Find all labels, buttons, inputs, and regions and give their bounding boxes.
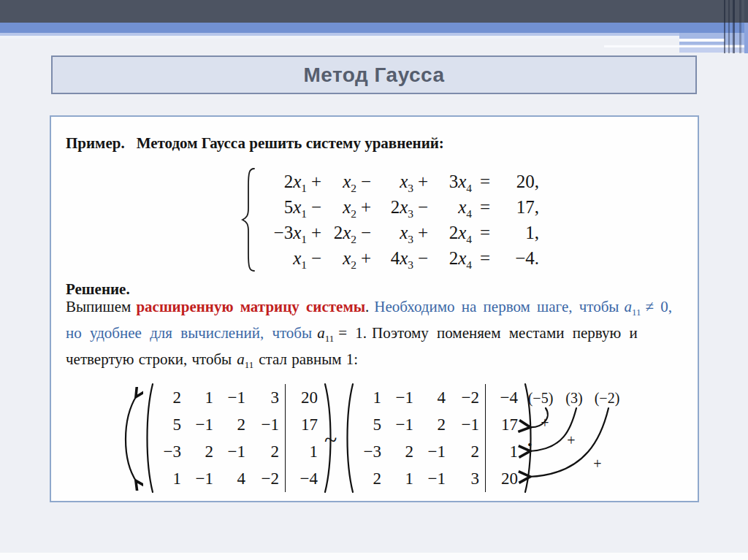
math-a11: a11 <box>624 298 641 315</box>
matrix-cell: −2 <box>451 384 485 411</box>
equation-cell: − <box>307 194 326 220</box>
equation-cell: 1, <box>498 220 539 245</box>
equation-row: −3x1+2x2−x3+2x4=1, <box>263 220 539 245</box>
equation-cell: = <box>472 169 498 194</box>
matrix-cell: −1 <box>387 411 419 438</box>
matrix-cell: 1 <box>387 465 419 492</box>
solution-paragraph-line-2: но удобнее для вычислений, чтобыa11= 1.П… <box>66 324 687 345</box>
equation-cell: − <box>413 194 432 220</box>
header-right-white-line <box>679 39 725 42</box>
matrix-cell: −1 <box>387 384 419 411</box>
curly-brace-icon <box>240 166 257 273</box>
augmented-matrix-1: 21−13205−12−117−32−1211−14−2−4 <box>142 381 336 495</box>
matrix-cell: −1 <box>187 465 219 492</box>
matrix-cell: 1 <box>355 384 387 411</box>
matrix-cell: −1 <box>251 411 285 438</box>
header-dark-bar <box>0 0 748 23</box>
header-vertical-stripe <box>744 23 748 53</box>
equation-row: 5x1−x2+2x3−x4=17, <box>263 194 539 220</box>
matrix-cell: 2 <box>451 438 485 465</box>
text-blue: Необходимо на первом шаге, чтобы <box>374 298 619 315</box>
equation-cell: 17, <box>498 194 539 220</box>
row-swap-arrow <box>112 387 143 491</box>
matrix-cell: −1 <box>419 438 451 465</box>
content-panel: Пример.Методом Гаусса решить систему ура… <box>50 115 699 502</box>
equation-cell: 4x3 <box>375 245 413 277</box>
example-task-text: Методом Гаусса решить систему уравнений: <box>137 134 444 152</box>
text-blue: но удобнее для вычислений, чтобы <box>66 324 312 342</box>
slide-title: Метод Гаусса <box>303 64 444 87</box>
equation-system: 2x1+x2−x3+3x4=20,5x1−x2+2x3−x4=17,−3x1+2… <box>240 166 539 273</box>
matrix-cell: 2 <box>155 384 187 411</box>
text-black: Поэтому поменяем местами первую и <box>372 324 638 342</box>
solution-label: Решение. <box>66 280 130 299</box>
matrix-cell: −1 <box>451 411 485 438</box>
math-a11: a11 <box>237 350 253 368</box>
equation-cell: 2x4 <box>432 245 472 277</box>
tilde-equivalence: ~ <box>324 426 337 453</box>
math-condition: ≠ 0, <box>646 298 673 315</box>
text-black: четвертую строки, чтобы <box>66 350 232 368</box>
equation-cell: − <box>413 245 432 271</box>
matrix-cell: 2 <box>419 411 451 438</box>
matrix-cell: 2 <box>219 411 251 438</box>
equation-cell: + <box>307 220 326 245</box>
matrix-cell: −1 <box>219 384 251 411</box>
equation-cell: + <box>356 245 375 271</box>
matrix-cell: 4 <box>419 384 451 411</box>
footer-strip <box>0 553 748 560</box>
equation-cell: + <box>356 194 375 220</box>
header-vertical-stripe <box>744 0 748 23</box>
header-vertical-stripe <box>733 0 735 53</box>
equation-row: 2x1+x2−x3+3x4=20, <box>263 169 539 194</box>
matrix-cell: −3 <box>155 438 187 465</box>
matrix-cell: 5 <box>155 411 187 438</box>
math-a11: a11 <box>317 324 334 342</box>
matrix-cell: 2 <box>251 438 285 465</box>
matrix-grid: 1−14−2−45−12−117−32−12121−1320 <box>355 384 523 492</box>
matrix-cell: 4 <box>219 465 251 492</box>
matrix-cell: −4 <box>285 465 323 492</box>
slide-title-box: Метод Гаусса <box>51 55 697 94</box>
equation-cell: − <box>307 245 326 271</box>
text-dot: . <box>365 298 369 315</box>
math-condition: = 1. <box>338 324 367 342</box>
solution-paragraph-line-3: четвертую строки, чтобыa11стал равным 1: <box>66 350 687 371</box>
equation-cell: = <box>472 245 498 271</box>
matrix-cell: 17 <box>285 411 323 438</box>
equation-cell: x2 <box>326 245 356 277</box>
matrix-cell: 20 <box>285 384 323 411</box>
matrix-cell: 3 <box>251 384 285 411</box>
matrix-cell: −1 <box>187 411 219 438</box>
header-vertical-stripe <box>728 0 730 53</box>
example-label: Пример. <box>66 134 125 152</box>
equation-row: x1−x2+4x3−2x4=−4. <box>263 245 539 271</box>
equation-cell: = <box>472 194 498 220</box>
equation-cell: − <box>356 220 375 245</box>
text-red-highlight: расширенную матрицу системы <box>136 298 365 315</box>
row-operation-arrows <box>511 403 694 505</box>
matrix-cell: 1 <box>285 438 323 465</box>
solution-paragraph-line-1: Выпишемрасширенную матрицу системы.Необх… <box>66 298 687 318</box>
text-black: стал равным 1: <box>259 350 358 368</box>
equation-cell: 20, <box>498 169 539 194</box>
left-paren-icon <box>342 381 355 495</box>
matrix-cell: −1 <box>219 438 251 465</box>
matrix-cell: 2 <box>387 438 419 465</box>
example-heading-line: Пример.Методом Гаусса решить систему ура… <box>66 134 444 153</box>
equation-cell: + <box>413 220 432 245</box>
equation-cell: −4. <box>498 245 539 271</box>
matrix-cell: −3 <box>355 438 387 465</box>
header-vertical-stripe <box>739 0 741 53</box>
equation-cell: = <box>472 220 498 245</box>
equation-cell: x1 <box>263 245 307 277</box>
matrix-cell: 3 <box>451 465 485 492</box>
equation-cell: − <box>356 169 375 194</box>
left-paren-icon <box>142 381 155 495</box>
equation-cell: + <box>307 169 326 194</box>
header-stripe-white <box>0 36 694 39</box>
text-black: Выпишем <box>66 298 131 315</box>
augmented-matrix-2: 1−14−2−45−12−117−32−12121−1320 <box>342 381 536 495</box>
header-vertical-stripe <box>724 0 725 53</box>
matrix-grid: 21−13205−12−117−32−1211−14−2−4 <box>155 384 323 492</box>
